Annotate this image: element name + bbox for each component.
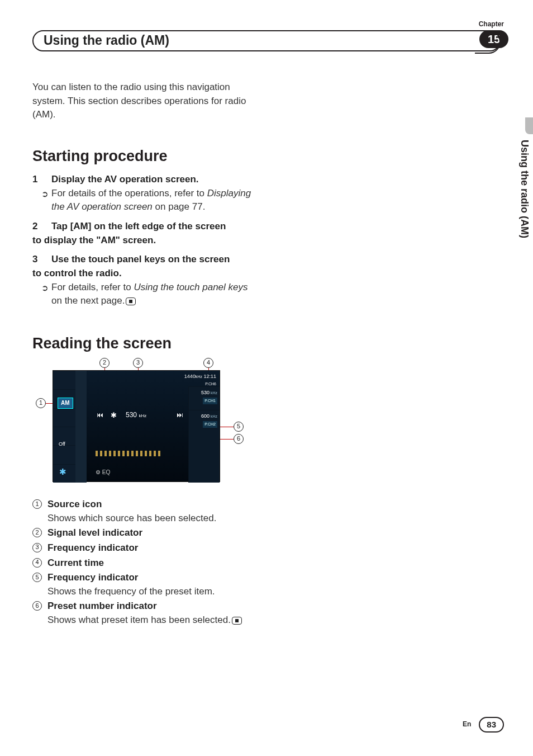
heading-starting-procedure: Starting procedure xyxy=(32,145,504,167)
end-section-icon xyxy=(126,297,136,305)
callout-num: 6 xyxy=(32,601,42,611)
sidebar-slot-bt: ✱ xyxy=(53,464,75,483)
step-3-sub-b: on the next page. xyxy=(51,295,125,306)
step-1-subnote: ➲ For details of the operations, refer t… xyxy=(51,187,256,214)
preset-1-unit: kHz xyxy=(211,391,217,395)
footer-page-number: 83 xyxy=(479,717,504,733)
callout-num: 5 xyxy=(32,573,42,582)
callout-num: 3 xyxy=(32,543,42,552)
callout-num: 2 xyxy=(32,528,42,537)
screen-sidebar: Off ✱ xyxy=(53,371,75,483)
callout-marker-3: 3 xyxy=(133,358,143,368)
callout-row-2: 2 Signal level indicator xyxy=(32,526,504,540)
step-1-sub-b: on page 77. xyxy=(153,201,206,212)
refer-arrow-icon: ➲ xyxy=(41,188,49,200)
bluetooth-icon: ✱ xyxy=(59,466,66,478)
main-frequency-unit: kHz xyxy=(139,413,146,418)
step-3-number: 3 xyxy=(32,253,51,267)
step-1-text: Display the AV operation screen. xyxy=(51,174,199,185)
off-label: Off xyxy=(59,441,65,448)
callout-title: Signal level indicator xyxy=(47,526,142,540)
main-frequency-value: 530 xyxy=(126,411,137,419)
bottom-icons: ⚙ EQ xyxy=(96,469,110,477)
preset-item: 530kHz P.CH1 xyxy=(189,386,220,410)
callout-row-3: 3 Frequency indicator xyxy=(32,541,504,555)
step-3-text-b: to control the radio. xyxy=(32,267,256,281)
local-icon: ✱ xyxy=(111,410,117,421)
step-2-text-a: Tap [AM] on the left edge of the screen xyxy=(51,221,226,231)
callout-title: Preset number indicator xyxy=(47,599,242,613)
top-pch: P.CH6 xyxy=(205,382,216,386)
page-footer: En 83 xyxy=(463,717,504,733)
sidebar-slot xyxy=(53,371,75,389)
step-3-subnote: ➲ For details, refer to Using the touch … xyxy=(51,281,256,308)
preset-1-freq: 530 xyxy=(201,390,210,395)
callout-row-4: 4 Current time xyxy=(32,556,504,570)
callout-row-6: 6 Preset number indicator Shows what pre… xyxy=(32,599,504,627)
step-2-number: 2 xyxy=(32,220,51,234)
preset-list: 530kHz P.CH1 600kHz P.CH2 xyxy=(188,386,220,483)
step-1: 1Display the AV operation screen. ➲ For … xyxy=(32,173,256,214)
screen-tabs xyxy=(75,371,87,483)
step-2: 2Tap [AM] on the left edge of the screen… xyxy=(32,220,256,247)
callout-marker-6: 6 xyxy=(234,434,244,444)
chapter-label: Chapter xyxy=(479,20,504,29)
step-3-sub-ref: Using the touch panel keys xyxy=(134,282,248,292)
sidebar-slot xyxy=(53,445,75,464)
callout-row-1: 1 Source icon Shows which source has bee… xyxy=(32,498,504,525)
waveform-graphic xyxy=(96,451,163,456)
callout-num: 4 xyxy=(32,558,42,568)
refer-arrow-icon: ➲ xyxy=(41,282,49,294)
preset-item: 600kHz P.CH2 xyxy=(189,410,220,433)
section-title-text: Using the radio (AM) xyxy=(44,31,169,50)
callout-num: 1 xyxy=(32,499,42,509)
callout-desc: Shows what preset item has been selected… xyxy=(47,613,242,627)
sidebar-slot-off: Off xyxy=(53,427,75,445)
footer-language: En xyxy=(463,720,471,729)
seek-next-icon: ⏭ xyxy=(177,410,183,420)
step-2-text-b: to display the "AM" screen. xyxy=(32,234,256,248)
callout-title: Current time xyxy=(47,556,104,570)
leader-line xyxy=(218,427,234,427)
callout-title: Frequency indicator xyxy=(47,541,138,555)
seek-prev-icon: ⏮ xyxy=(97,410,103,420)
callout-6-desc-text: Shows what preset item has been selected… xyxy=(47,615,231,625)
callout-title: Frequency indicator xyxy=(47,571,215,585)
top-time: 12:11 xyxy=(203,374,216,379)
section-title-bar: Using the radio (AM) xyxy=(32,30,501,51)
callout-desc: Shows which source has been selected. xyxy=(47,512,216,526)
step-1-sub-a: For details of the operations, refer to xyxy=(51,188,207,199)
av-screen-mock: Off ✱ AM 1440kHz 12:11 P.CH6 ⏮ ✱ 530 kHz… xyxy=(53,370,220,482)
preset-2-freq: 600 xyxy=(201,413,210,419)
side-tab-bg xyxy=(525,117,533,134)
step-3-text-a: Use the touch panel keys on the screen xyxy=(51,254,230,264)
callout-title: Source icon xyxy=(47,498,216,512)
preset-2-unit: kHz xyxy=(211,414,217,418)
top-frequency-unit: kHz xyxy=(196,375,202,379)
callout-desc: Shows the frequency of the preset item. xyxy=(47,585,215,599)
end-section-icon xyxy=(232,617,242,625)
step-3-sub-a: For details, refer to xyxy=(51,282,134,292)
screen-diagram: 1 2 3 4 5 6 Off ✱ AM 1440kHz 12:11 xyxy=(39,359,251,488)
step-1-number: 1 xyxy=(32,173,51,187)
am-source-badge: AM xyxy=(58,398,73,409)
preset-1-ch: P.CH1 xyxy=(203,398,217,404)
callout-marker-1: 1 xyxy=(36,398,46,408)
callout-marker-2: 2 xyxy=(99,358,110,368)
main-frequency: 530 kHz xyxy=(126,410,146,420)
callout-row-5: 5 Frequency indicator Shows the frequenc… xyxy=(32,571,504,598)
heading-reading-the-screen: Reading the screen xyxy=(32,333,504,355)
sidebar-slot xyxy=(53,408,75,427)
preset-2-ch: P.CH2 xyxy=(203,421,217,428)
callout-list: 1 Source icon Shows which source has bee… xyxy=(32,498,504,627)
top-frequency: 1440 xyxy=(184,374,196,379)
callout-marker-5: 5 xyxy=(234,422,244,432)
side-chapter-text: Using the radio (AM) xyxy=(517,140,532,238)
screen-topbar: 1440kHz 12:11 P.CH6 xyxy=(184,373,216,388)
side-tab: Using the radio (AM) xyxy=(516,117,533,268)
leader-line xyxy=(218,439,234,440)
intro-paragraph: You can listen to the radio using this n… xyxy=(32,81,256,122)
step-3: 3Use the touch panel keys on the screen … xyxy=(32,253,256,308)
callout-marker-4: 4 xyxy=(203,358,213,368)
